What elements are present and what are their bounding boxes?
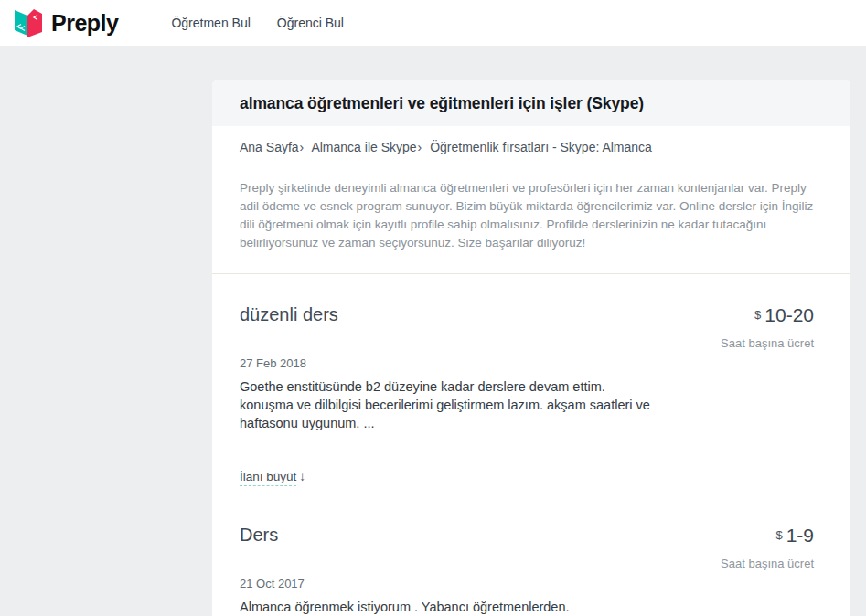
price-value: 10-20 [764,304,814,325]
job-price: $10-20 [721,304,814,326]
nav-item-ogretmen-bul[interactable]: Öğretmen Bul [171,16,250,30]
breadcrumb-item-almanca-skype[interactable]: Almanca ile Skype [311,140,416,154]
job-card: düzenli ders $10-20 Saat başına ücret 27… [212,273,850,493]
job-card: Ders $1-9 Saat başına ücret 21 Oct 2017 … [212,494,850,616]
intro-paragraph: Preply şirketinde deneyimli almanca öğre… [212,154,850,273]
currency-symbol: $ [775,528,782,542]
breadcrumb-separator-icon: › [300,140,305,154]
breadcrumb-item-current: Öğretmenlik fırsatları - Skype: Almanca [430,140,652,154]
job-title: Ders [240,525,278,546]
job-description: Almanca öğrenmek istiyorum . Yabancı öğr… [240,599,662,616]
job-price-block: $1-9 Saat başına ücret [721,525,814,570]
job-description: Goethe enstitüsünde b2 düzeyine kadar de… [240,378,662,432]
nav-item-ogrenci-bul[interactable]: Öğrenci Bul [277,16,344,30]
job-date: 21 Oct 2017 [240,577,814,590]
price-caption: Saat başına ücret [721,557,814,570]
job-price-block: $10-20 Saat başına ücret [721,304,814,350]
page-title-band: almanca öğretmenleri ve eğitmenleri için… [212,80,850,126]
breadcrumb-separator-icon: › [418,140,422,154]
top-nav-bar: Preply Öğretmen Bul Öğrenci Bul [0,0,866,46]
expand-listing-link[interactable]: İlanı büyüt↓ [240,470,305,483]
job-card-header: Ders $1-9 Saat başına ücret [240,525,814,570]
currency-symbol: $ [754,308,761,322]
preply-logo-icon [13,8,44,37]
job-title: düzenli ders [240,304,338,325]
page-title: almanca öğretmenleri ve eğitmenleri için… [240,94,644,113]
breadcrumb-item-home[interactable]: Ana Sayfa [240,140,299,154]
job-date: 27 Feb 2018 [240,356,814,370]
price-caption: Saat başına ücret [721,336,814,350]
job-card-header: düzenli ders $10-20 Saat başına ücret [240,304,814,350]
brand-name: Preply [51,10,118,37]
price-value: 1-9 [786,525,814,546]
job-price: $1-9 [721,525,814,547]
breadcrumb: Ana Sayfa› Almanca ile Skype› Öğretmenli… [212,126,850,154]
nav-divider [144,8,144,38]
expand-listing-label: İlanı büyüt [240,470,296,486]
main-content-panel: almanca öğretmenleri ve eğitmenleri için… [212,80,850,616]
down-arrow-icon: ↓ [299,470,305,483]
preply-logo[interactable]: Preply [13,8,118,37]
